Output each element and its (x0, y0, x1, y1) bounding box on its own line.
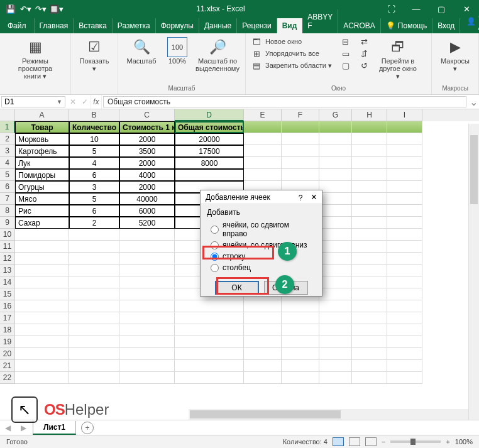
cell[interactable] (244, 133, 282, 145)
arrange-all-button[interactable]: ⊞Упорядочить все (250, 48, 334, 59)
cell[interactable] (387, 157, 422, 169)
name-box[interactable]: D1 ▼ (1, 96, 65, 107)
cell[interactable] (282, 145, 319, 157)
sheet-nav-next-icon[interactable]: ▶ (16, 423, 31, 432)
cell[interactable] (69, 360, 119, 372)
cell[interactable] (119, 253, 175, 265)
cell[interactable] (69, 241, 119, 253)
tab-data[interactable]: Данные (199, 18, 237, 33)
ribbon-options-icon[interactable]: ⛶ (378, 0, 404, 18)
dialog-close-icon[interactable]: × (311, 192, 317, 202)
cell[interactable] (69, 276, 119, 288)
undo-icon[interactable]: ↶▾ (19, 2, 33, 16)
cell[interactable] (282, 324, 319, 336)
cell[interactable] (387, 133, 422, 145)
cell[interactable]: 4000 (119, 169, 175, 181)
cell[interactable] (15, 300, 69, 312)
cell[interactable] (15, 336, 69, 348)
column-header[interactable]: H (352, 109, 387, 121)
cell[interactable] (319, 253, 352, 265)
column-header[interactable]: E (244, 109, 282, 121)
cell[interactable] (319, 348, 352, 360)
cell[interactable]: 3500 (119, 145, 175, 157)
cell[interactable] (352, 193, 387, 205)
zoom-out-icon[interactable]: − (382, 438, 385, 445)
row-header[interactable]: 2 (0, 133, 15, 145)
cell[interactable]: Лук (15, 157, 69, 169)
sync-scroll-button[interactable]: ⇵ (358, 48, 372, 59)
tab-home[interactable]: Главная (35, 18, 74, 33)
cell[interactable] (319, 300, 352, 312)
cell[interactable] (319, 241, 352, 253)
cell[interactable] (244, 145, 282, 157)
cell[interactable] (15, 253, 69, 265)
cell[interactable] (319, 133, 352, 145)
macros-button[interactable]: ▶ Макросы ▾ (436, 36, 475, 74)
cell[interactable] (15, 312, 69, 324)
cell[interactable] (244, 324, 282, 336)
cell[interactable] (352, 133, 387, 145)
row-header[interactable]: 22 (0, 372, 15, 384)
column-header[interactable]: G (319, 109, 352, 121)
row-header[interactable]: 1 (0, 121, 15, 133)
cell[interactable] (352, 324, 387, 336)
sheet-nav-prev-icon[interactable]: ◀ (0, 423, 16, 432)
zoom-100-button[interactable]: 100 100% (163, 36, 191, 66)
cell[interactable] (175, 336, 244, 348)
cell[interactable] (352, 157, 387, 169)
cell[interactable] (352, 348, 387, 360)
row-header[interactable]: 9 (0, 217, 15, 229)
cell[interactable] (119, 300, 175, 312)
cell[interactable] (119, 336, 175, 348)
reset-pos-button[interactable]: ↺ (358, 60, 372, 71)
cell[interactable] (352, 276, 387, 288)
cell[interactable] (352, 253, 387, 265)
cell[interactable]: 5 (69, 193, 119, 205)
split-button[interactable]: ⊟ (339, 36, 353, 47)
cell[interactable] (387, 145, 422, 157)
cell[interactable] (352, 336, 387, 348)
dialog-help-icon[interactable]: ? (292, 194, 309, 202)
radio-entire-row[interactable]: строку (207, 251, 316, 262)
column-header[interactable]: C (119, 109, 175, 121)
tell-me[interactable]: 💡Помощь (381, 18, 432, 33)
cell[interactable] (15, 372, 69, 384)
cell[interactable] (119, 312, 175, 324)
tab-review[interactable]: Рецензи (237, 18, 277, 33)
cell[interactable] (69, 336, 119, 348)
cell[interactable] (387, 300, 422, 312)
column-header[interactable]: A (15, 109, 69, 121)
cell[interactable]: 17500 (175, 145, 244, 157)
cell[interactable] (175, 312, 244, 324)
tab-acrobat[interactable]: ACROBA (338, 18, 381, 33)
cell[interactable] (387, 241, 422, 253)
cell[interactable] (282, 300, 319, 312)
cell[interactable] (282, 360, 319, 372)
cell[interactable] (69, 288, 119, 300)
cell[interactable] (319, 324, 352, 336)
horizontal-scrollbar[interactable] (189, 409, 468, 420)
column-header[interactable]: I (387, 109, 422, 121)
cell[interactable] (387, 265, 422, 276)
cell[interactable] (319, 181, 352, 193)
cell[interactable]: Морковь (15, 133, 69, 145)
column-header[interactable]: B (69, 109, 119, 121)
cell[interactable] (387, 288, 422, 300)
row-header[interactable]: 21 (0, 360, 15, 372)
cell[interactable] (387, 336, 422, 348)
formula-input[interactable]: Общая стоимость (103, 96, 466, 107)
cell[interactable] (69, 229, 119, 241)
cell[interactable]: 5200 (119, 217, 175, 229)
cell[interactable] (282, 312, 319, 324)
minimize-icon[interactable]: — (404, 0, 429, 18)
cell[interactable]: 6 (69, 205, 119, 217)
cell[interactable] (175, 348, 244, 360)
radio-shift-down[interactable]: ячейки, со сдвигом вниз (207, 239, 316, 251)
cell[interactable] (119, 288, 175, 300)
add-sheet-button[interactable]: + (81, 422, 94, 434)
cell[interactable] (319, 193, 352, 205)
cell[interactable] (319, 372, 352, 384)
cell[interactable]: 6 (69, 169, 119, 181)
cell[interactable] (175, 300, 244, 312)
cell[interactable] (319, 217, 352, 229)
